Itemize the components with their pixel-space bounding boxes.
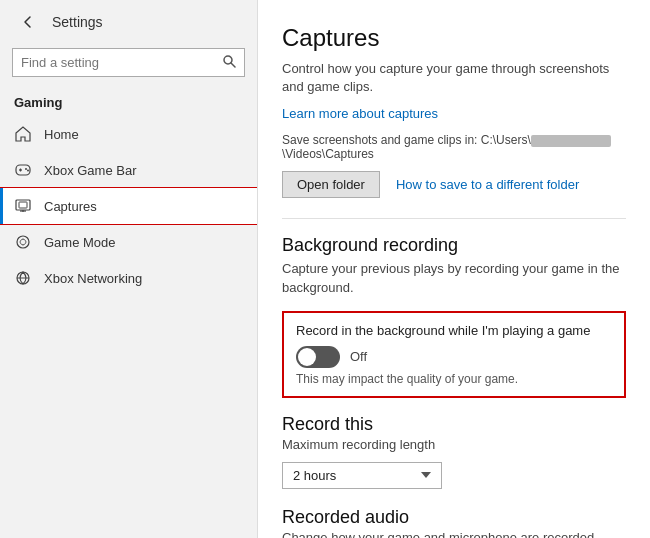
sidebar-title: Settings — [52, 14, 103, 30]
sidebar-item-xbox-game-bar[interactable]: Xbox Game Bar — [0, 152, 257, 188]
controller-icon — [14, 161, 32, 179]
svg-point-5 — [25, 168, 27, 170]
svg-point-11 — [17, 236, 29, 248]
sidebar: Settings Gaming Home — [0, 0, 258, 538]
section-label: Gaming — [0, 89, 257, 116]
toggle-group: Record in the background while I'm playi… — [282, 311, 626, 398]
bg-recording-heading: Background recording — [282, 235, 626, 256]
search-box[interactable] — [12, 48, 245, 77]
record-sub-label: Maximum recording length — [282, 437, 626, 452]
folder-row: Open folder How to save to a different f… — [282, 171, 626, 198]
sidebar-item-captures-label: Captures — [44, 199, 97, 214]
sidebar-item-xbox-label: Xbox Game Bar — [44, 163, 137, 178]
page-description: Control how you capture your game throug… — [282, 60, 626, 96]
home-icon — [14, 125, 32, 143]
toggle-state-label: Off — [350, 349, 367, 364]
save-path: Save screenshots and game clips in: C:\U… — [282, 133, 626, 161]
recording-length-dropdown[interactable]: 30 minutes 1 hour 2 hours 4 hours 8 hour… — [282, 462, 442, 489]
gamemode-icon — [14, 233, 32, 251]
record-this-heading: Record this — [282, 414, 626, 435]
bg-recording-desc: Capture your previous plays by recording… — [282, 260, 626, 296]
sidebar-item-xbox-networking[interactable]: Xbox Networking — [0, 260, 257, 296]
svg-rect-8 — [19, 202, 27, 208]
search-input[interactable] — [21, 55, 222, 70]
search-icon — [222, 54, 236, 71]
sidebar-item-home[interactable]: Home — [0, 116, 257, 152]
save-path-prefix: Save screenshots and game clips in: C:\U… — [282, 133, 531, 147]
svg-line-1 — [231, 63, 235, 67]
different-folder-link[interactable]: How to save to a different folder — [396, 177, 579, 192]
divider — [282, 218, 626, 219]
audio-heading: Recorded audio — [282, 507, 626, 528]
sidebar-item-xbox-networking-label: Xbox Networking — [44, 271, 142, 286]
redacted-username — [531, 135, 611, 147]
sidebar-item-home-label: Home — [44, 127, 79, 142]
open-folder-button[interactable]: Open folder — [282, 171, 380, 198]
svg-point-6 — [27, 170, 29, 172]
network-icon — [14, 269, 32, 287]
toggle-label: Record in the background while I'm playi… — [296, 323, 612, 338]
page-title: Captures — [282, 24, 626, 52]
capture-icon — [14, 197, 32, 215]
toggle-note: This may impact the quality of your game… — [296, 372, 612, 386]
record-this-section: Record this Maximum recording length 30 … — [282, 414, 626, 489]
back-button[interactable] — [14, 8, 42, 36]
sidebar-item-captures[interactable]: Captures — [0, 188, 257, 224]
toggle-row: Off — [296, 346, 612, 368]
sidebar-item-game-mode[interactable]: Game Mode — [0, 224, 257, 260]
audio-desc: Change how your game and microphone are … — [282, 530, 626, 538]
save-path-suffix: \Videos\Captures — [282, 147, 374, 161]
sidebar-header: Settings — [0, 0, 257, 44]
learn-more-link[interactable]: Learn more about captures — [282, 106, 626, 121]
background-recording-toggle[interactable] — [296, 346, 340, 368]
dropdown-row: 30 minutes 1 hour 2 hours 4 hours 8 hour… — [282, 462, 626, 489]
main-content: Captures Control how you capture your ga… — [258, 0, 650, 538]
recorded-audio-section: Recorded audio Change how your game and … — [282, 507, 626, 538]
sidebar-item-game-mode-label: Game Mode — [44, 235, 116, 250]
